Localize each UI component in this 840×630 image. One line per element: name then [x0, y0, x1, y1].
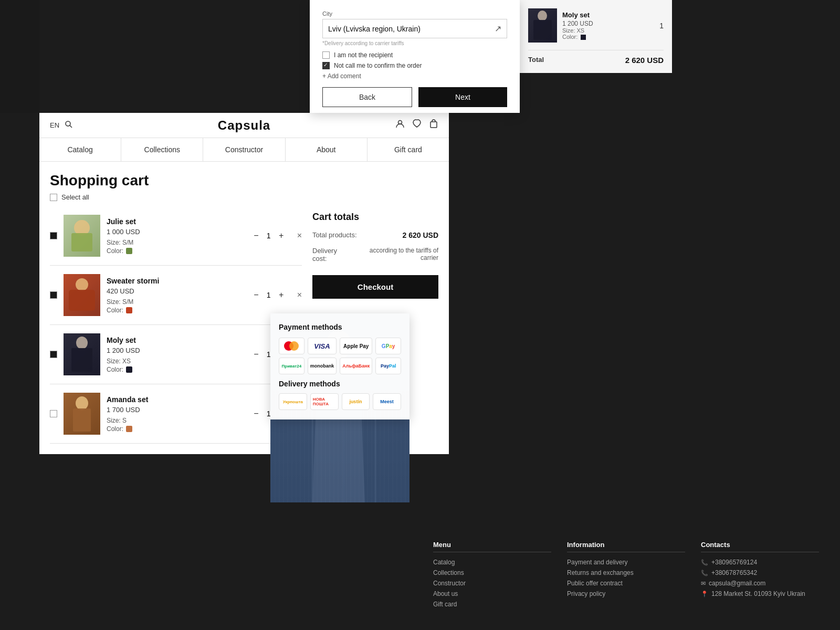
item-name: Amanda set — [107, 395, 245, 404]
back-button[interactable]: Back — [322, 87, 412, 107]
item-quantity: − 1 + — [251, 230, 287, 241]
ukrposhta-delivery[interactable]: Укрпошта — [279, 393, 307, 410]
item-checkbox[interactable] — [50, 291, 57, 299]
phone-icon: 📞 — [701, 559, 708, 566]
item-color: Color: — [107, 247, 245, 255]
monobank-icon: monobank — [310, 363, 334, 369]
total-products-label: Total products: — [312, 231, 357, 239]
add-comment-button[interactable]: + Add coment — [322, 72, 507, 80]
visa-payment[interactable]: VISA — [308, 338, 337, 354]
order-item-info: Moly set 1 200 USD Size: XS Color: — [562, 11, 654, 40]
search-icon[interactable] — [65, 120, 73, 131]
alfabank-icon: АльфаБанк — [342, 363, 370, 369]
svg-rect-11 — [73, 408, 91, 432]
applepay-payment[interactable]: Apple Pay — [340, 338, 372, 354]
footer-link-privacy[interactable]: Privacy policy — [567, 590, 685, 597]
cart-totals-title: Cart totals — [312, 212, 438, 223]
privat24-payment[interactable]: Приват24 — [279, 358, 304, 374]
wishlist-icon[interactable] — [412, 119, 422, 131]
item-price: 420 USD — [107, 287, 245, 295]
novaposhta-delivery[interactable]: НОВА ПОШТА — [310, 393, 339, 410]
item-image — [64, 274, 100, 316]
select-all-checkbox[interactable] — [50, 194, 57, 201]
footer-link-catalog[interactable]: Catalog — [433, 559, 551, 566]
tab-collections[interactable]: Collections — [121, 138, 203, 161]
dark-left-panel — [0, 0, 39, 113]
paypal-payment[interactable]: PayPal — [375, 358, 401, 374]
tab-catalog[interactable]: Catalog — [39, 138, 121, 161]
footer-link-payment[interactable]: Payment and delivery — [567, 559, 685, 566]
no-call-checkbox[interactable] — [322, 62, 330, 69]
increase-qty-button[interactable]: + — [276, 290, 287, 300]
meest-delivery[interactable]: Meest — [373, 393, 401, 410]
tab-constructor[interactable]: Constructor — [203, 138, 285, 161]
footer-phone1-row: 📞 +380965769124 — [701, 559, 819, 566]
footer-phone2-row: 📞 +380678765342 — [701, 569, 819, 576]
justin-delivery[interactable]: justín — [342, 393, 370, 410]
decrease-qty-button[interactable]: − — [251, 290, 261, 300]
cart-icon[interactable] — [429, 119, 438, 131]
item-details: Sweater stormi 420 USD Size: S/M Color: — [107, 277, 245, 314]
qty-value: 1 — [267, 291, 271, 299]
order-item-row: Moly set 1 200 USD Size: XS Color: 1 — [528, 8, 664, 43]
no-call-checkbox-row: Not call me to confirm the order — [322, 62, 507, 69]
item-checkbox[interactable] — [50, 410, 57, 417]
tab-gift-card[interactable]: Gift card — [368, 138, 449, 161]
tab-about[interactable]: About — [286, 138, 368, 161]
footer-link-gift[interactable]: Gift card — [433, 601, 551, 608]
footer-phone2[interactable]: +380678765342 — [711, 569, 757, 576]
visa-icon: VISA — [314, 342, 330, 350]
item-details: Moly set 1 200 USD Size: XS Color: — [107, 336, 245, 373]
next-button[interactable]: Next — [418, 87, 507, 107]
order-item-price: 1 200 USD — [562, 20, 654, 27]
svg-point-10 — [76, 396, 88, 410]
ukrposhta-icon: Укрпошта — [283, 400, 303, 404]
svg-point-8 — [76, 337, 88, 349]
footer-link-returns[interactable]: Returns and exchanges — [567, 569, 685, 576]
googlepay-payment[interactable]: GPay — [375, 338, 401, 354]
checkout-button[interactable]: Checkout — [312, 275, 438, 299]
footer-link-offer[interactable]: Public offer contract — [567, 580, 685, 587]
item-quantity: − 1 + — [251, 290, 287, 300]
footer-link-about[interactable]: About us — [433, 590, 551, 597]
color-swatch — [126, 366, 132, 373]
footer-link-constructor[interactable]: Constructor — [433, 580, 551, 587]
recipient-checkbox-row: I am not the recipient — [322, 51, 507, 59]
item-image — [64, 215, 100, 257]
phone-icon: 📞 — [701, 570, 708, 576]
checkout-modal: City Lviv (Lvivska region, Ukrain) ↗ *De… — [310, 0, 520, 113]
footer-contacts-col: Contacts 📞 +380965769124 📞 +380678765342… — [701, 541, 819, 611]
monobank-payment[interactable]: monobank — [308, 358, 337, 374]
item-name: Sweater stormi — [107, 277, 245, 285]
svg-point-12 — [538, 10, 547, 21]
decrease-qty-button[interactable]: − — [251, 230, 261, 241]
item-checkbox[interactable] — [50, 351, 57, 358]
remove-item-button[interactable]: × — [297, 290, 302, 300]
remove-item-button[interactable]: × — [297, 231, 302, 240]
footer-menu-col: Menu Catalog Collections Constructor Abo… — [433, 541, 551, 611]
item-color: Color: — [107, 425, 245, 433]
svg-rect-13 — [533, 20, 552, 40]
mastercard-payment[interactable] — [279, 338, 304, 354]
footer-columns: Menu Catalog Collections Constructor Abo… — [433, 541, 819, 611]
language-selector[interactable]: EN — [50, 121, 59, 129]
item-price: 1 700 USD — [107, 406, 245, 414]
order-summary: Moly set 1 200 USD Size: XS Color: 1 Tot… — [520, 0, 672, 73]
footer-email[interactable]: capsula@gmail.com — [709, 580, 765, 587]
item-size: Size: XS — [107, 358, 245, 365]
account-icon[interactable] — [395, 119, 405, 131]
item-checkbox[interactable] — [50, 232, 57, 239]
decrease-qty-button[interactable]: − — [251, 408, 261, 419]
alfabank-payment[interactable]: АльфаБанк — [340, 358, 372, 374]
recipient-checkbox[interactable] — [322, 51, 330, 59]
footer-phone1[interactable]: +380965769124 — [711, 559, 757, 566]
increase-qty-button[interactable]: + — [276, 230, 287, 241]
order-item-size: Size: XS — [562, 27, 654, 34]
delivery-cost-label: Delivery cost: — [312, 247, 352, 262]
footer-link-collections[interactable]: Collections — [433, 569, 551, 576]
decrease-qty-button[interactable]: − — [251, 349, 261, 360]
total-products-row: Total products: 2 620 USD — [312, 231, 438, 239]
city-input[interactable]: Lviv (Lvivska region, Ukrain) — [328, 25, 495, 33]
delivery-title: Delivery methods — [279, 380, 401, 388]
order-total-row: Total 2 620 USD — [528, 50, 664, 65]
